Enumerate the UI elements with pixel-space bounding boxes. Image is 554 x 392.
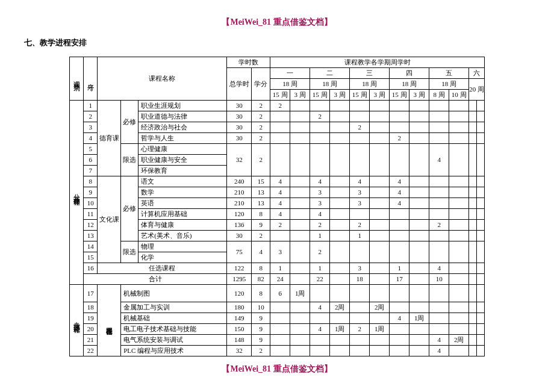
val bbox=[477, 101, 485, 111]
mode-bixiu: 必修 bbox=[121, 101, 138, 144]
val: 22 bbox=[310, 274, 330, 285]
val bbox=[330, 220, 350, 231]
total: 30 bbox=[227, 122, 252, 133]
subweek-header: 15 周 bbox=[310, 90, 330, 101]
val: 3 bbox=[350, 198, 370, 209]
val bbox=[290, 302, 310, 313]
val bbox=[270, 122, 290, 133]
subweek-header: 15 周 bbox=[270, 90, 290, 101]
val bbox=[477, 133, 485, 144]
val: 3 bbox=[350, 187, 370, 198]
val bbox=[390, 335, 409, 346]
val bbox=[449, 198, 469, 209]
val: 18 bbox=[350, 274, 370, 285]
credit: 13 bbox=[252, 187, 270, 198]
credit: 82 bbox=[252, 274, 270, 285]
row-no: 8 bbox=[84, 176, 98, 187]
val bbox=[390, 324, 409, 335]
total: 32 bbox=[227, 144, 252, 176]
week-header: 18 周 bbox=[350, 79, 390, 90]
val: 17 bbox=[390, 274, 409, 285]
val bbox=[270, 231, 290, 241]
col-total: 总学时 bbox=[227, 68, 252, 101]
val bbox=[409, 187, 429, 198]
val bbox=[290, 231, 310, 241]
course-name: 职业健康与安全 bbox=[138, 155, 227, 166]
credit: 4 bbox=[252, 241, 270, 263]
val: 4 bbox=[429, 263, 449, 274]
credit: 15 bbox=[252, 176, 270, 187]
val bbox=[370, 187, 390, 198]
val bbox=[390, 302, 409, 313]
col-hours: 学时数 bbox=[227, 57, 270, 68]
val bbox=[469, 241, 477, 263]
val bbox=[330, 176, 350, 187]
subweek-header: 3 周 bbox=[370, 90, 390, 101]
week-header: 18 周 bbox=[429, 79, 469, 90]
val bbox=[390, 101, 409, 111]
val bbox=[409, 144, 429, 176]
total: 210 bbox=[227, 187, 252, 198]
val bbox=[429, 198, 449, 209]
row-no: 13 bbox=[84, 231, 98, 241]
row-no: 14 bbox=[84, 241, 98, 252]
val bbox=[390, 209, 409, 220]
cat-public: 公共基础课程 bbox=[70, 101, 84, 285]
subweek-header: 15 周 bbox=[390, 90, 409, 101]
val bbox=[469, 274, 477, 285]
val bbox=[370, 241, 390, 263]
val: 1 bbox=[390, 263, 409, 274]
total: 149 bbox=[227, 313, 252, 324]
val bbox=[330, 346, 350, 356]
val bbox=[409, 176, 429, 187]
row-no: 10 bbox=[84, 198, 98, 209]
val bbox=[330, 187, 350, 198]
course-name: 物理 bbox=[138, 241, 227, 252]
sum-label: 合计 bbox=[84, 274, 227, 285]
subweek-header: 3 周 bbox=[290, 90, 310, 101]
course-name: 哲学与人生 bbox=[138, 133, 227, 144]
course-name: 语文 bbox=[138, 176, 227, 187]
val bbox=[409, 133, 429, 144]
val bbox=[370, 133, 390, 144]
row-no: 22 bbox=[84, 346, 98, 356]
val bbox=[390, 144, 409, 176]
val bbox=[390, 220, 409, 231]
row-no: 4 bbox=[84, 133, 98, 144]
val bbox=[310, 144, 330, 176]
credit: 2 bbox=[252, 122, 270, 133]
credit: 8 bbox=[252, 263, 270, 274]
val: 1 bbox=[270, 263, 290, 274]
val bbox=[350, 302, 370, 313]
row-no: 16 bbox=[84, 263, 98, 274]
val bbox=[330, 285, 350, 302]
subweek-header: 10 周 bbox=[449, 90, 469, 101]
total: 75 bbox=[227, 241, 252, 263]
val bbox=[290, 101, 310, 111]
val bbox=[310, 122, 330, 133]
course-name: 心理健康 bbox=[138, 144, 227, 155]
val: 1 bbox=[310, 263, 330, 274]
val bbox=[477, 122, 485, 133]
val: 4 bbox=[270, 187, 290, 198]
val bbox=[370, 220, 390, 231]
total: 136 bbox=[227, 220, 252, 231]
val: 2 bbox=[390, 133, 409, 144]
val: 3 bbox=[310, 187, 330, 198]
val bbox=[449, 144, 469, 176]
val bbox=[370, 144, 390, 176]
val bbox=[330, 274, 350, 285]
val bbox=[370, 176, 390, 187]
credit: 10 bbox=[252, 302, 270, 313]
row-no: 21 bbox=[84, 335, 98, 346]
val: 2 bbox=[310, 111, 330, 122]
course-name: 电工电子技术基础与技能 bbox=[121, 324, 227, 335]
val bbox=[429, 122, 449, 133]
sem-header: 三 bbox=[350, 68, 390, 79]
val: 1 bbox=[310, 231, 330, 241]
val bbox=[350, 335, 370, 346]
row-no: 5 bbox=[84, 144, 98, 155]
val bbox=[290, 220, 310, 231]
val: 1周 bbox=[290, 285, 310, 302]
total: 148 bbox=[227, 335, 252, 346]
